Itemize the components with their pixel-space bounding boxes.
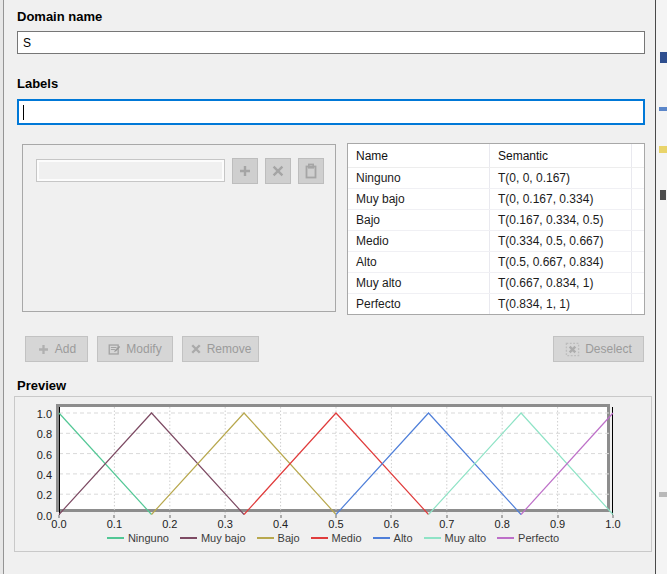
table-header-row: Name Semantic: [348, 144, 644, 168]
cell-empty: [631, 189, 644, 209]
cell-semantic: T(0.667, 0.834, 1): [489, 273, 631, 293]
cell-semantic: T(0.834, 1, 1): [489, 294, 631, 314]
y-tick-label: 0.8: [15, 428, 52, 440]
table-row[interactable]: Perfecto T(0.834, 1, 1): [348, 294, 644, 315]
text-cursor: [23, 105, 24, 120]
legend-label: Bajo: [278, 532, 300, 544]
legend-swatch: [311, 537, 328, 539]
y-tick-label: 0.6: [15, 449, 52, 461]
modify-button-label: Modify: [126, 342, 161, 356]
modify-button[interactable]: Modify: [97, 336, 173, 362]
legend-label: Muy bajo: [201, 532, 246, 544]
legend-label: Medio: [332, 532, 362, 544]
edit-form-icon: [108, 343, 121, 356]
legend-item-alto: Alto: [373, 532, 413, 544]
legend-label: Ninguno: [128, 532, 169, 544]
cell-empty: [631, 252, 644, 272]
table-row[interactable]: Muy bajo T(0, 0.167, 0.334): [348, 189, 644, 210]
deselect-button-label: Deselect: [585, 342, 632, 356]
background-window-fragment: [659, 107, 667, 111]
cell-semantic: T(0, 0.167, 0.334): [489, 189, 631, 209]
cell-semantic: T(0.167, 0.334, 0.5): [489, 210, 631, 230]
x-tick-label: 0.7: [430, 518, 464, 530]
legend-label: Muy alto: [445, 532, 487, 544]
legend-item-medio: Medio: [311, 532, 362, 544]
cell-name: Medio: [348, 231, 489, 251]
window-left-edge: [0, 0, 4, 574]
legend-label: Alto: [394, 532, 413, 544]
legend-swatch: [257, 537, 274, 539]
y-tick-label: 0.4: [15, 469, 52, 481]
series-line-bajo: [152, 413, 336, 515]
membership-function-plot: [56, 404, 610, 512]
legend-item-bajo: Bajo: [257, 532, 300, 544]
background-window-fragment: [660, 52, 667, 63]
cell-name: Ninguno: [348, 168, 489, 188]
table-row[interactable]: Ninguno T(0, 0, 0.167): [348, 168, 644, 189]
domain-name-label: Domain name: [17, 9, 102, 24]
plot-canvas: [59, 407, 613, 515]
preview-label: Preview: [17, 378, 66, 393]
column-header-name: Name: [348, 144, 489, 167]
series-line-muy-alto: [429, 413, 613, 515]
remove-button[interactable]: Remove: [182, 336, 259, 362]
cell-empty: [631, 231, 644, 251]
x-tick-label: 1.0: [596, 518, 630, 530]
x-tick-label: 0.5: [319, 518, 353, 530]
x-tick-label: 0.1: [97, 518, 131, 530]
legend-item-perfecto: Perfecto: [497, 532, 559, 544]
y-tick-label: 1.0: [15, 408, 52, 420]
x-tick-label: 0.3: [208, 518, 242, 530]
clipboard-icon: [303, 163, 319, 179]
cross-icon: [190, 343, 202, 355]
remove-label-button[interactable]: [265, 158, 291, 184]
cross-icon: [270, 163, 286, 179]
table-row[interactable]: Bajo T(0.167, 0.334, 0.5): [348, 210, 644, 231]
cell-semantic: T(0.5, 0.667, 0.834): [489, 252, 631, 272]
column-header-empty: [631, 144, 644, 167]
x-tick-label: 0.8: [485, 518, 519, 530]
label-editor-panel: [22, 144, 336, 312]
paste-label-button[interactable]: [298, 158, 324, 184]
labels-input[interactable]: [17, 99, 645, 125]
domain-editor-window: Domain name S Labels Name: [0, 0, 667, 574]
column-header-semantic: Semantic: [489, 144, 631, 167]
x-tick-label: 0.9: [541, 518, 575, 530]
cell-name: Bajo: [348, 210, 489, 230]
chart-legend: NingunoMuy bajoBajoMedioAltoMuy altoPerf…: [15, 532, 651, 544]
domain-name-input[interactable]: S: [17, 31, 645, 54]
cell-empty: [631, 168, 644, 188]
x-tick-label: 0.2: [153, 518, 187, 530]
x-tick-label: 0.4: [264, 518, 298, 530]
legend-item-muy-alto: Muy alto: [424, 532, 487, 544]
preview-chart-panel: 1.00.80.60.40.20.0 0.00.10.20.30.40.50.6…: [14, 396, 652, 552]
background-window-fragment: [659, 146, 667, 153]
plus-icon: [37, 343, 50, 356]
cell-name: Perfecto: [348, 294, 489, 314]
series-line-muy-bajo: [59, 413, 244, 515]
legend-swatch: [497, 537, 514, 539]
legend-swatch: [424, 537, 441, 539]
cell-name: Muy alto: [348, 273, 489, 293]
add-button[interactable]: Add: [25, 336, 88, 362]
series-line-alto: [336, 413, 521, 515]
deselect-button[interactable]: Deselect: [553, 336, 644, 362]
legend-swatch: [373, 537, 390, 539]
cell-name: Muy bajo: [348, 189, 489, 209]
cell-empty: [631, 210, 644, 230]
background-window-fragment: [660, 190, 666, 200]
label-name-input[interactable]: [36, 159, 225, 182]
labels-table[interactable]: Name Semantic Ninguno T(0, 0, 0.167) Muy…: [347, 143, 645, 315]
legend-swatch: [107, 537, 124, 539]
legend-swatch: [180, 537, 197, 539]
remove-button-label: Remove: [207, 342, 252, 356]
cell-empty: [631, 273, 644, 293]
background-window-fragment: [659, 492, 667, 497]
table-row[interactable]: Muy alto T(0.667, 0.834, 1): [348, 273, 644, 294]
table-row[interactable]: Medio T(0.334, 0.5, 0.667): [348, 231, 644, 252]
legend-item-muy-bajo: Muy bajo: [180, 532, 246, 544]
add-label-button[interactable]: [232, 158, 258, 184]
table-row[interactable]: Alto T(0.5, 0.667, 0.834): [348, 252, 644, 273]
cell-name: Alto: [348, 252, 489, 272]
labels-label: Labels: [17, 76, 58, 91]
